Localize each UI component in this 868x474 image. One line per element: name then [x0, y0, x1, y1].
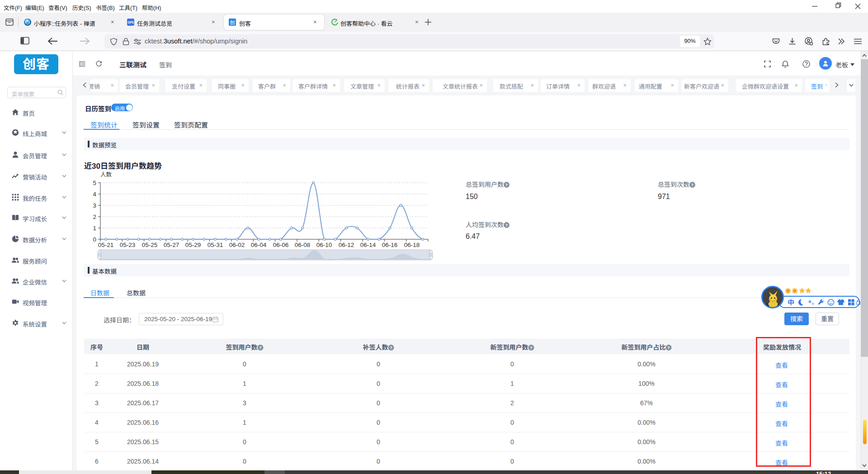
svg-text:06-12: 06-12	[339, 242, 354, 248]
svg-text:5: 5	[93, 180, 96, 186]
svg-text:06-14: 06-14	[360, 242, 376, 248]
svg-text:05-29: 05-29	[185, 242, 201, 248]
svg-text:OPS: OPS	[127, 21, 134, 24]
svg-text:,: ,	[812, 299, 814, 305]
svg-text:0: 0	[93, 236, 96, 243]
svg-text:06-16: 06-16	[382, 242, 398, 248]
svg-text:06-02: 06-02	[229, 242, 245, 248]
svg-text:05-23: 05-23	[120, 242, 136, 248]
svg-text:2: 2	[93, 213, 96, 220]
svg-text:06-04: 06-04	[251, 242, 267, 248]
svg-text:3: 3	[93, 202, 96, 209]
svg-text:05-21: 05-21	[98, 242, 114, 248]
svg-text:05-25: 05-25	[142, 242, 158, 248]
svg-text:05-31: 05-31	[208, 242, 223, 248]
svg-text:06-08: 06-08	[295, 242, 311, 248]
svg-text:4: 4	[93, 191, 96, 198]
svg-text:06-06: 06-06	[273, 242, 289, 248]
svg-text:05-27: 05-27	[164, 242, 179, 248]
svg-text:中: 中	[788, 299, 794, 306]
svg-text:1: 1	[93, 225, 96, 232]
svg-text:创: 创	[230, 19, 235, 26]
svg-text:06-18: 06-18	[404, 242, 420, 248]
svg-text:06-10: 06-10	[316, 242, 332, 248]
